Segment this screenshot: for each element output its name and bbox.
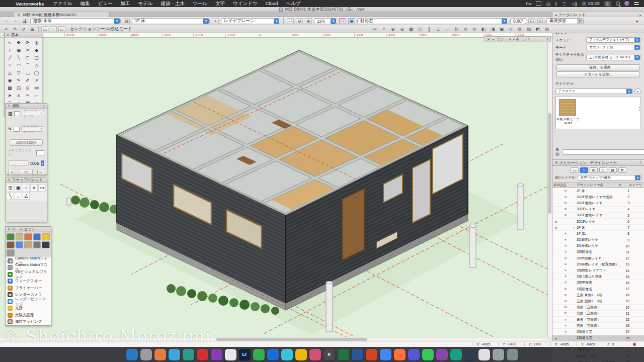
zoom-out-icon[interactable]: ⊖ <box>296 18 303 24</box>
tool-icon[interactable]: ✍ <box>3 26 10 32</box>
toolset-tab[interactable] <box>24 233 32 240</box>
layer-name[interactable]: 3D外構レイヤ <box>577 243 621 248</box>
menu-item[interactable]: Cloud <box>262 1 282 7</box>
layer-hidden-mark[interactable]: ✕ <box>559 244 572 248</box>
opacity-button[interactable]: 100%/100% <box>10 139 43 146</box>
layer-hidden-mark[interactable]: ✕ <box>559 311 572 315</box>
tool-icon[interactable]: ⌐ <box>32 92 41 99</box>
toolbar-action-icon[interactable]: ⟲ <box>462 26 469 32</box>
texture-list[interactable]: 木製 床材 ビーチ 04 RT ▴▾ <box>555 96 641 129</box>
drawing-canvas[interactable]: -8000-7000-6000-5000-4000-3000-2000-1000… <box>0 33 552 341</box>
layer-name[interactable]: 南面（立面図） <box>577 305 621 310</box>
design-layer-row[interactable]: ✕ 南面（立面図） 20 <box>552 305 644 311</box>
snap-icon[interactable]: ▣ <box>15 184 22 192</box>
design-layer-row[interactable]: ✕ 2D外構レイヤ（配置図用）… 13 <box>552 261 644 267</box>
toolbar-action-icon[interactable]: ◫ <box>417 26 424 32</box>
fit-view-button[interactable]: ⛶ <box>287 18 294 24</box>
view-eye-icon[interactable]: ◉ <box>348 18 355 24</box>
menu-item[interactable]: 編集 <box>76 1 94 7</box>
selection-mode-icon[interactable]: ▱ <box>58 26 65 32</box>
texture-thumbnail[interactable] <box>559 99 576 116</box>
layer-name[interactable]: 2階平面図 <box>577 280 621 285</box>
texture-scroll-arrows[interactable]: ▴▾ <box>638 106 640 112</box>
palette-close-icon[interactable]: ✕ <box>7 33 10 37</box>
line-weight-dropdown-arrow[interactable]: ▾ <box>41 160 44 166</box>
layer-hidden-mark[interactable]: ✕ <box>559 213 572 217</box>
design-layer-row[interactable]: ✕ 1階部屋名 17 <box>552 286 644 292</box>
layer-hidden-mark[interactable]: ✕ <box>559 195 572 199</box>
navigation-tool-button[interactable]: 1 <box>580 167 588 173</box>
bluetooth-icon[interactable]: ᛒ <box>555 1 558 7</box>
design-layer-row[interactable]: ✕ 2階間取レイアウト 14 <box>552 267 644 274</box>
toolset-tab[interactable] <box>7 241 15 248</box>
tool-icon[interactable]: ◇ <box>32 62 41 69</box>
design-layer-row[interactable]: ✕ 西面（立面図） 23 <box>552 323 644 329</box>
dock-app-icon[interactable] <box>211 349 222 360</box>
vertical-scrollbar[interactable] <box>547 38 552 337</box>
toolbar-action-icon[interactable]: ◨ <box>489 26 496 32</box>
design-layer-row[interactable]: ✕ 立面 東側1・2階 18 <box>552 292 644 298</box>
layer-hidden-mark[interactable]: ✕ <box>559 287 572 291</box>
design-layer-row[interactable]: ◉ 1階通り芯 25 <box>552 335 644 341</box>
tool-icon[interactable]: ▽ <box>15 69 23 76</box>
model-3d-view[interactable] <box>0 38 552 341</box>
toolset-tab[interactable] <box>33 241 41 248</box>
toolbar-action-icon[interactable]: ⌖ <box>380 26 387 32</box>
tool-icon[interactable]: ╲ <box>15 54 23 61</box>
layer-name[interactable]: 西面（立面図） <box>577 323 621 328</box>
layer-hidden-mark[interactable]: ✕ <box>559 232 572 236</box>
siri-icon[interactable] <box>624 1 629 6</box>
toolset-item[interactable]: ☼ 太陽光設定 <box>6 312 51 319</box>
toolset-tab[interactable] <box>42 241 50 248</box>
layer-name[interactable]: 3D2Fレイヤ <box>577 207 621 212</box>
column-number[interactable]: # <box>619 184 629 187</box>
control-center-icon[interactable] <box>634 2 639 5</box>
tool-icon[interactable]: ✐ <box>24 77 32 84</box>
tool-icon[interactable]: ↖ <box>6 39 14 46</box>
toolbar-action-icon[interactable]: ✂ <box>371 26 378 32</box>
zoom-level-dropdown[interactable]: 11% <box>314 18 337 24</box>
design-layer-row[interactable]: ✕ 3D2F屋根レイヤ 3 <box>552 200 644 206</box>
toolbar-action-icon[interactable]: ⟳ <box>471 26 478 32</box>
texture-part-dropdown[interactable]: 上 (木製 床材 ビーチ 04 RT) <box>586 55 641 60</box>
layer-hidden-mark[interactable]: ✕ <box>559 299 572 303</box>
dock-app-icon[interactable] <box>478 349 490 360</box>
design-layer-row[interactable]: ◉ 3D1Fレイヤ 6 <box>552 219 644 225</box>
pen-icon[interactable]: ✎ <box>8 127 12 132</box>
input-source-icon[interactable]: あ <box>604 1 611 7</box>
tool-icon[interactable]: ✎ <box>12 26 19 32</box>
dock-app-icon[interactable] <box>507 349 518 360</box>
dock-app-icon[interactable] <box>422 349 434 360</box>
dock-app-icon[interactable] <box>408 349 420 360</box>
layer-name[interactable]: 1F GL <box>577 232 621 235</box>
layer-hidden-mark[interactable]: ✕ <box>559 324 572 328</box>
dock-app-icon[interactable] <box>267 349 279 360</box>
spotlight-icon[interactable] <box>616 2 620 6</box>
layer-hidden-mark[interactable]: ✕ <box>559 207 572 211</box>
design-layer-row[interactable]: ✕ 2階 1階上り壁線 15 <box>552 274 644 280</box>
toolbar-action-icon[interactable]: ▣ <box>498 26 505 32</box>
dock-app-icon[interactable] <box>366 349 377 360</box>
toolset-tab[interactable] <box>7 249 15 256</box>
sketch-dropdown[interactable]: ファイルデフォルト (ラフ) <box>586 37 641 43</box>
layer-name[interactable]: 2階 1階上り壁線 <box>577 274 621 279</box>
toolbar-action-icon[interactable]: ⊖ <box>398 26 406 32</box>
tool-icon[interactable]: ◉ <box>6 77 14 84</box>
class-dropdown[interactable]: 建物·本体 <box>30 18 121 24</box>
layer-name[interactable]: 3D1F屋根レイヤ <box>577 213 621 218</box>
layer-hidden-mark[interactable]: ✕ <box>559 281 572 285</box>
layer-hidden-mark[interactable]: ✕ <box>559 201 572 205</box>
tool-icon[interactable]: ▣ <box>15 47 23 54</box>
toolset-tab[interactable] <box>7 233 15 240</box>
design-layer-row[interactable]: ✕ 3D1F屋根レイヤ 5 <box>552 213 644 219</box>
dock-app-icon[interactable] <box>464 349 476 360</box>
tool-icon[interactable]: ⊞ <box>29 26 36 32</box>
selection-mode-icon[interactable]: ◌ <box>50 26 57 32</box>
layer-hidden-mark[interactable]: ✕ <box>559 268 572 273</box>
tool-icon[interactable]: ◯ <box>32 69 41 76</box>
view-orientation-dropdown[interactable]: 斜め右 <box>357 18 508 24</box>
menu-item[interactable]: ビュー <box>94 1 116 7</box>
layer-name[interactable]: 3D基礎レイヤ <box>577 237 621 242</box>
tool-icon[interactable]: ⊙ <box>24 84 32 92</box>
attr-next-button[interactable]: ▹ <box>37 169 44 175</box>
